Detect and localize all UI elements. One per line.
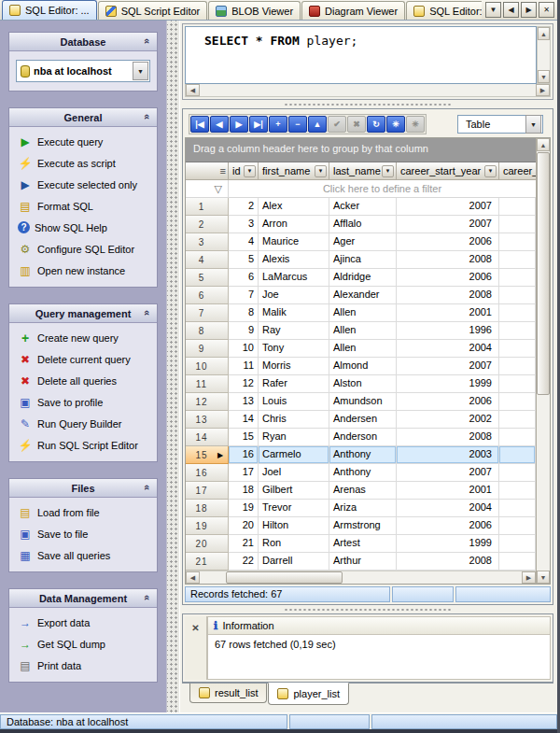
editor-scroll-track[interactable]: [538, 40, 550, 70]
cell-career-start-year[interactable]: 2007: [397, 464, 499, 482]
row-number-cell[interactable]: 3: [186, 233, 229, 251]
row-number-cell[interactable]: 14: [186, 429, 229, 446]
cell-id[interactable]: 19: [229, 500, 259, 517]
grid-row[interactable]: 8 9 Ray Allen 1996: [186, 322, 536, 340]
cell-id[interactable]: 6: [229, 269, 259, 287]
cell-id[interactable]: 2: [229, 198, 259, 216]
cell-career-start-year[interactable]: 2008: [397, 429, 499, 446]
cell-first-name[interactable]: Malik: [259, 304, 329, 322]
cell-id[interactable]: 18: [229, 482, 259, 500]
cell-last-name[interactable]: Ajinca: [329, 251, 397, 269]
grid-row[interactable]: 12 13 Louis Amundson 2006: [186, 393, 536, 411]
cell-career-end[interactable]: [499, 358, 536, 375]
first-record-button[interactable]: |◀: [190, 116, 209, 133]
row-number-cell[interactable]: 4: [186, 251, 229, 269]
collapse-chevron-icon[interactable]: «: [142, 38, 153, 44]
grid-row[interactable]: 2 3 Arron Afflalo 2007: [186, 216, 536, 233]
cell-career-end[interactable]: [499, 411, 536, 429]
grid-row[interactable]: 15▶ 16 Carmelo Anthony 2003: [186, 446, 536, 464]
data-management-panel-header[interactable]: Data Management «: [9, 589, 157, 608]
sidebar-item[interactable]: ▣ Save to profile: [9, 391, 157, 413]
editor-tab[interactable]: BLOB Viewer: [208, 1, 301, 20]
cell-last-name[interactable]: Allen: [329, 340, 397, 358]
column-filter-dropdown[interactable]: ▼: [244, 165, 256, 177]
cell-career-end[interactable]: [499, 429, 536, 446]
row-indicator-header[interactable]: ≡: [186, 162, 229, 180]
cell-career-start-year[interactable]: 2006: [397, 517, 499, 535]
cell-last-name[interactable]: Allen: [329, 304, 397, 322]
grid-row[interactable]: 20 21 Ron Artest 1999: [186, 535, 536, 553]
row-number-cell[interactable]: 18: [186, 500, 229, 517]
cell-career-end[interactable]: [499, 517, 536, 535]
row-number-cell[interactable]: 1: [186, 198, 229, 216]
grid-row[interactable]: 5 6 LaMarcus Aldridge 2006: [186, 269, 536, 287]
sidebar-item[interactable]: ✖ Delete current query: [9, 348, 157, 370]
cell-last-name[interactable]: Acker: [329, 198, 397, 216]
column-header-last-name[interactable]: last_name▼: [329, 162, 397, 180]
editor-vertical-scrollbar[interactable]: ▲ ▼: [537, 26, 551, 84]
cell-first-name[interactable]: Ron: [259, 535, 329, 553]
scroll-right-button[interactable]: ▶: [522, 571, 536, 584]
row-number-cell[interactable]: 21: [186, 553, 229, 571]
cell-career-start-year[interactable]: 2001: [397, 304, 499, 322]
last-record-button[interactable]: ▶|: [249, 116, 268, 133]
post-edit-button[interactable]: ✔: [328, 116, 346, 133]
cell-last-name[interactable]: Anderson: [329, 429, 397, 446]
cell-career-end[interactable]: [499, 251, 536, 269]
fetch-next-button[interactable]: ✳: [406, 116, 425, 133]
cell-career-start-year[interactable]: 2004: [397, 340, 499, 358]
query-tab[interactable]: result_list: [189, 684, 267, 703]
grid-row[interactable]: 7 8 Malik Allen 2001: [186, 304, 536, 322]
row-number-cell[interactable]: 9: [186, 340, 229, 358]
grid-vertical-scrollbar[interactable]: ▲ ▼: [536, 138, 550, 584]
scroll-left-button[interactable]: ◀: [186, 84, 200, 96]
sidebar-item[interactable]: ▤ Format SQL: [9, 195, 157, 217]
view-mode-combo[interactable]: Table ▼: [457, 115, 543, 134]
cell-id[interactable]: 8: [229, 304, 259, 322]
sidebar-item[interactable]: → Get SQL dump: [9, 633, 157, 655]
cell-last-name[interactable]: Afflalo: [329, 216, 397, 233]
cancel-edit-button[interactable]: ✖: [347, 116, 366, 133]
row-number-cell[interactable]: 13: [186, 411, 229, 429]
sidebar-item[interactable]: ▦ Save all queries: [9, 544, 157, 566]
column-filter-dropdown[interactable]: ▼: [484, 165, 497, 177]
cell-first-name[interactable]: Louis: [259, 393, 329, 411]
cell-id[interactable]: 13: [229, 393, 259, 411]
sql-editor-textarea[interactable]: SELECT * FROM player;: [185, 26, 537, 84]
cell-career-end[interactable]: [499, 287, 536, 304]
grid-hscroll-thumb[interactable]: [226, 571, 343, 584]
editor-result-splitter[interactable]: [182, 100, 553, 108]
cell-career-end[interactable]: [499, 482, 536, 500]
cell-career-end[interactable]: [499, 553, 536, 571]
cell-career-end[interactable]: [499, 322, 536, 340]
next-record-button[interactable]: ▶: [230, 116, 248, 133]
cell-last-name[interactable]: Arenas: [329, 482, 397, 500]
editor-horizontal-scrollbar[interactable]: ◀ ▶: [185, 84, 551, 97]
cell-first-name[interactable]: Arron: [259, 216, 329, 233]
scroll-left-button[interactable]: ◀: [186, 571, 200, 584]
cell-career-start-year[interactable]: 2008: [397, 553, 499, 571]
row-number-cell[interactable]: 20: [186, 535, 229, 553]
cell-id[interactable]: 9: [229, 322, 259, 340]
scroll-right-button[interactable]: ▶: [536, 84, 550, 96]
sidebar-item[interactable]: ⚡ Execute as script: [9, 152, 157, 174]
collapse-chevron-icon[interactable]: «: [142, 114, 153, 120]
cell-career-start-year[interactable]: 1999: [397, 375, 499, 393]
row-number-cell[interactable]: 6: [186, 287, 229, 304]
row-number-cell[interactable]: 17: [186, 482, 229, 500]
cell-id[interactable]: 4: [229, 233, 259, 251]
cell-id[interactable]: 10: [229, 340, 259, 358]
cell-id[interactable]: 11: [229, 358, 259, 375]
grid-row[interactable]: 13 14 Chris Andersen 2002: [186, 411, 536, 429]
column-header-career-start-year[interactable]: career_start_year▼: [397, 162, 499, 180]
editor-tab[interactable]: SQL Editor: ...: [406, 1, 482, 20]
cell-last-name[interactable]: Amundson: [329, 393, 397, 411]
collapse-chevron-icon[interactable]: «: [142, 595, 153, 600]
filter-define-hint[interactable]: Click here to define a filter: [229, 180, 536, 197]
database-combo[interactable]: nba at localhost ▼: [16, 60, 150, 82]
cell-first-name[interactable]: Gilbert: [259, 482, 329, 500]
cell-first-name[interactable]: Morris: [259, 358, 329, 375]
cell-last-name[interactable]: Aldridge: [329, 269, 397, 287]
cell-last-name[interactable]: Arthur: [329, 553, 397, 571]
grid-row[interactable]: 3 4 Maurice Ager 2006: [186, 233, 536, 251]
